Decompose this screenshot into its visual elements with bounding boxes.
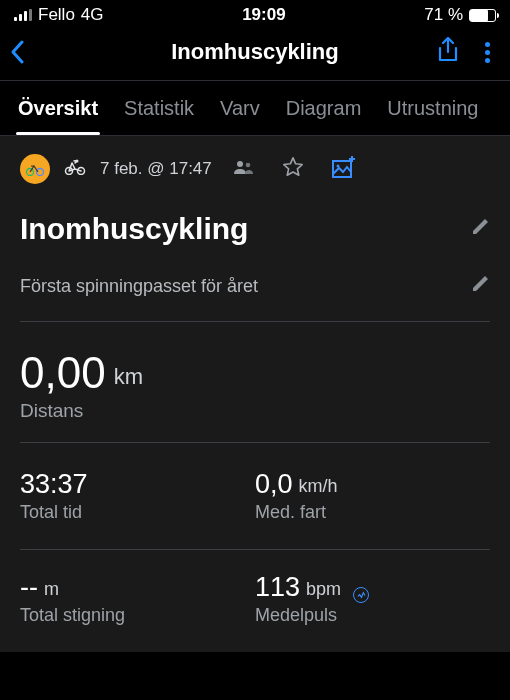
- connections-button[interactable]: [232, 159, 254, 179]
- status-bar: Fello 4G 19:09 71 %: [0, 0, 510, 28]
- stat-avg-speed: 0,0 km/h Med. fart: [255, 469, 490, 549]
- status-left: Fello 4G: [14, 5, 104, 25]
- edit-title-button[interactable]: [470, 217, 490, 241]
- network-type: 4G: [81, 5, 104, 25]
- page-title: Inomhuscykling: [0, 39, 510, 65]
- stat-total-ascent-value: --: [20, 572, 38, 603]
- stat-total-time: 33:37 Total tid: [20, 469, 255, 549]
- pencil-icon: [470, 217, 490, 237]
- carrier-label: Fello: [38, 5, 75, 25]
- activity-type-icon: [64, 159, 86, 180]
- more-button[interactable]: [485, 42, 490, 63]
- dot-icon: [485, 58, 490, 63]
- stat-total-ascent-label: Total stigning: [20, 605, 255, 626]
- stat-row-1: 33:37 Total tid 0,0 km/h Med. fart: [20, 469, 490, 549]
- bike-icon: [25, 162, 45, 176]
- stat-row-2: -- m Total stigning 113 bpm Medelpuls: [20, 572, 490, 652]
- stat-avg-hr-label: Medelpuls: [255, 605, 490, 626]
- cellular-signal-icon: [14, 9, 32, 21]
- stat-distance-label: Distans: [20, 400, 490, 422]
- activity-meta-row: 7 feb. @ 17:47: [20, 154, 490, 184]
- stat-avg-speed-value: 0,0: [255, 469, 293, 500]
- share-button[interactable]: [437, 37, 459, 67]
- people-icon: [232, 160, 254, 174]
- star-icon: [282, 156, 304, 178]
- stat-avg-hr: 113 bpm Medelpuls: [255, 572, 490, 652]
- tab-gear[interactable]: Utrustning: [387, 97, 478, 120]
- stat-avg-hr-unit: bpm: [306, 579, 341, 600]
- svg-point-5: [237, 161, 243, 167]
- stat-avg-speed-label: Med. fart: [255, 502, 490, 523]
- tab-overview[interactable]: Översikt: [18, 97, 98, 120]
- stat-distance-unit: km: [114, 364, 143, 390]
- divider: [20, 442, 490, 443]
- share-icon: [437, 37, 459, 63]
- stat-total-time-value: 33:37: [20, 469, 88, 500]
- stat-distance: 0,00 km Distans: [20, 348, 490, 422]
- divider: [20, 549, 490, 550]
- activity-title-row: Inomhuscykling: [20, 212, 490, 246]
- favorite-button[interactable]: [282, 156, 304, 183]
- tab-charts[interactable]: Diagram: [286, 97, 362, 120]
- tab-laps[interactable]: Varv: [220, 97, 260, 120]
- stat-distance-value: 0,00: [20, 348, 106, 398]
- divider: [20, 321, 490, 322]
- content-area: 7 feb. @ 17:47: [0, 136, 510, 652]
- back-button[interactable]: [10, 40, 50, 64]
- activity-description: Första spinningpasset för året: [20, 276, 258, 297]
- dot-icon: [485, 50, 490, 55]
- stat-avg-speed-unit: km/h: [299, 476, 338, 497]
- tab-statistics[interactable]: Statistik: [124, 97, 194, 120]
- activity-description-row: Första spinningpasset för året: [20, 274, 490, 299]
- dot-icon: [485, 42, 490, 47]
- stat-avg-hr-value: 113: [255, 572, 300, 603]
- stat-total-ascent-unit: m: [44, 579, 59, 600]
- pencil-icon: [470, 274, 490, 294]
- svg-point-4: [76, 159, 79, 162]
- hr-source-icon: [353, 587, 369, 603]
- svg-point-6: [245, 163, 250, 168]
- app-header: Inomhuscykling: [0, 28, 510, 80]
- chevron-left-icon: [10, 40, 24, 64]
- status-right: 71 %: [424, 5, 496, 25]
- tab-bar: Översikt Statistik Varv Diagram Utrustni…: [0, 80, 510, 136]
- add-photo-icon: [332, 156, 356, 178]
- add-photo-button[interactable]: [332, 156, 356, 183]
- stat-total-ascent: -- m Total stigning: [20, 572, 255, 652]
- battery-icon: [469, 9, 496, 22]
- activity-datetime: 7 feb. @ 17:47: [100, 159, 212, 179]
- cycling-icon: [64, 159, 86, 175]
- edit-description-button[interactable]: [470, 274, 490, 299]
- status-time: 19:09: [242, 5, 285, 25]
- stat-total-time-label: Total tid: [20, 502, 255, 523]
- battery-text: 71 %: [424, 5, 463, 25]
- activity-title: Inomhuscykling: [20, 212, 248, 246]
- avatar[interactable]: [20, 154, 50, 184]
